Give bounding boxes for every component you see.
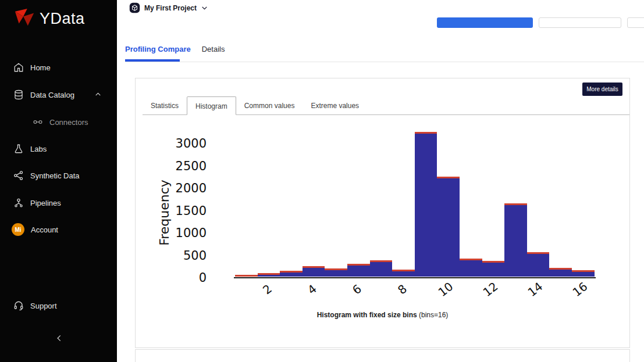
histogram-bar [347,264,370,277]
x-axis-tick: 10 [435,279,456,300]
sidebar-collapse-button[interactable] [52,331,66,345]
x-axis-tick: 4 [305,282,319,298]
histogram-bar [258,273,280,277]
sidebar-item-label: Pipelines [30,199,61,207]
y-axis-tick: 3000 [176,136,207,151]
flask-icon [13,144,24,155]
x-axis-tick: 14 [525,279,545,300]
app-window: YData Home Data Catalog [0,0,644,362]
connectors-icon [32,117,43,128]
profiling-card: More details Statistics Histogram Common… [135,78,630,348]
histogram-bar [392,270,415,277]
sidebar-item-label: Support [30,302,57,310]
header-divider [125,62,644,62]
y-axis-tick: 2000 [176,181,207,196]
histogram-bar [235,275,258,277]
tab-profiling-compare[interactable]: Profiling Compare [125,45,191,53]
chevron-up-icon [94,91,102,98]
next-section-card [135,349,630,362]
x-axis-tick: 2 [260,282,275,298]
sidebar-item-pipelines[interactable]: Pipelines [0,194,117,212]
sidebar-item-account[interactable]: Mi Account [0,221,117,238]
sidebar-item-label: Labs [30,145,47,153]
synthetic-data-icon [13,170,24,181]
sidebar-item-synthetic-data[interactable]: Synthetic Data [0,167,117,184]
chart-caption: Histogram with fixed size bins (bins=16) [136,311,629,319]
histogram-bar [482,261,505,277]
y-axis-tick: 500 [183,248,207,263]
sidebar-item-home[interactable]: Home [0,59,117,76]
sidebar-item-support[interactable]: Support [0,297,117,314]
x-axis-line [234,277,596,278]
x-axis-tick: 16 [570,279,590,300]
headset-icon [13,300,24,311]
sidebar-item-labs[interactable]: Labs [0,140,117,157]
primary-action-button[interactable] [437,17,533,28]
x-axis-tick: 8 [395,282,410,298]
y-axis-tick: 1000 [176,225,207,241]
histogram-bar [280,271,303,277]
y-axis-tick: 0 [199,270,207,285]
sidebar-item-label: Home [30,63,51,72]
histogram-bar [460,259,482,277]
database-icon [13,89,24,101]
sidebar-item-data-catalog[interactable]: Data Catalog [0,86,117,103]
more-details-button[interactable]: More details [582,83,622,96]
histogram-bar [325,268,347,277]
sidebar-item-label: Account [31,225,58,234]
project-icon [129,2,140,13]
subtab-statistics[interactable]: Statistics [143,96,187,114]
tab-details[interactable]: Details [202,45,225,53]
account-avatar: Mi [12,223,24,236]
tertiary-action-button[interactable] [627,17,644,28]
sidebar-item-label: Data Catalog [30,91,74,99]
histogram-bar [370,260,393,277]
y-axis-tick: 2500 [176,159,207,174]
home-icon [13,62,24,73]
sidebar-item-label: Synthetic Data [30,171,80,180]
ydata-logo-icon [14,8,36,30]
subtab-common-values[interactable]: Common values [236,96,303,114]
histogram-bars [235,132,595,277]
histogram-bar [549,268,572,277]
histogram-bar [303,266,325,277]
subtab-extreme-values[interactable]: Extreme values [303,96,367,114]
histogram-bar [572,270,595,277]
ydata-logo: YData [14,8,85,30]
histogram-bar [437,177,460,277]
project-selector[interactable]: My First Project [129,2,208,13]
y-axis-label: Frequency [157,180,172,246]
sidebar-item-label: Connectors [49,118,88,127]
sidebar: YData Home Data Catalog [0,0,117,362]
chevron-down-icon [201,4,208,12]
subtab-histogram[interactable]: Histogram [187,96,236,115]
secondary-action-button[interactable] [539,17,621,28]
ydata-logo-text: YData [40,10,85,28]
sidebar-item-connectors[interactable]: Connectors [0,113,117,131]
histogram-bar [415,132,437,277]
histogram-bar [527,252,550,277]
project-name: My First Project [144,4,197,12]
histogram-bar [504,203,527,277]
x-axis-tick: 6 [350,282,364,298]
page-tabs: Profiling Compare Details [125,45,225,53]
chart-caption-title: Histogram with fixed size bins [317,311,417,319]
profile-subtabs: Statistics Histogram Common values Extre… [143,96,629,115]
x-axis-tick: 12 [480,279,500,300]
chart-caption-bins: (bins=16) [417,311,449,319]
pipelines-icon [13,198,24,209]
y-axis-tick: 1500 [176,203,207,218]
